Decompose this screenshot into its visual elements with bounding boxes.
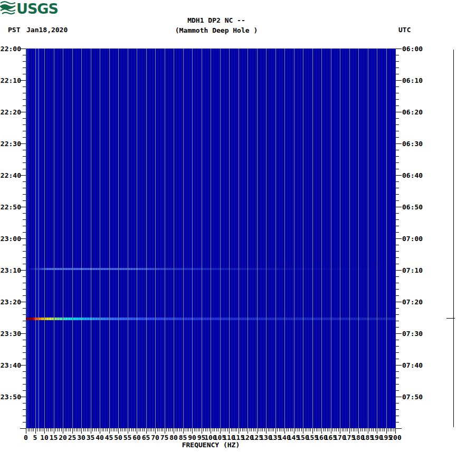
freq-tick (329, 428, 329, 431)
freq-tick (165, 428, 165, 434)
gridline-105hz (220, 49, 221, 428)
freq-tick-label: 200 (384, 434, 407, 441)
right-time-tick (396, 188, 399, 188)
left-time-tick (23, 194, 26, 195)
gridline-145hz (294, 49, 294, 428)
freq-tick (292, 428, 292, 431)
freq-tick (26, 428, 26, 434)
left-time-label: 23:30 (1, 330, 21, 337)
gridline-115hz (239, 49, 239, 428)
freq-tick (368, 428, 368, 434)
right-time-tick (396, 390, 399, 391)
left-time-tick (23, 346, 26, 347)
gridline-30hz (81, 49, 82, 428)
left-time-tick (23, 403, 26, 403)
freq-tick (30, 428, 30, 431)
left-time-tick (23, 384, 26, 385)
left-time-tick (23, 245, 26, 245)
right-time-tick (396, 213, 399, 214)
left-time-tick (23, 200, 26, 201)
freq-tick (369, 428, 370, 431)
left-time-tick (23, 226, 26, 226)
freq-tick (187, 428, 187, 431)
freq-tick (233, 428, 233, 431)
frequency-axis-label: FREQUENCY (HZ) (26, 441, 396, 449)
right-time-tick (396, 112, 402, 112)
right-time-tick (396, 226, 399, 226)
gridline-120hz (247, 49, 248, 428)
right-time-tick (396, 333, 402, 334)
gridline-160hz (321, 49, 322, 428)
freq-tick (309, 428, 309, 431)
freq-tick (191, 428, 191, 431)
freq-tick (299, 428, 300, 431)
right-time-tick (396, 49, 402, 49)
freq-tick (383, 428, 383, 431)
right-time-tick (396, 156, 399, 157)
left-time-label: 22:10 (1, 77, 21, 84)
freq-tick (65, 428, 65, 431)
right-scale-bar (453, 50, 454, 427)
freq-tick (255, 428, 255, 431)
left-time-tick (23, 352, 26, 353)
freq-tick (150, 428, 150, 431)
freq-tick (92, 428, 93, 431)
freq-tick (273, 428, 274, 431)
usgs-logo-text: USGS (16, 1, 58, 17)
left-time-tick (23, 74, 26, 74)
freq-tick (388, 428, 388, 431)
left-time-tick (23, 99, 26, 100)
right-time-tick (396, 308, 399, 309)
right-time-tick (396, 378, 399, 378)
freq-tick (94, 428, 95, 431)
right-time-tick (396, 365, 402, 366)
freq-tick (246, 428, 246, 431)
left-time-tick (23, 124, 26, 125)
freq-tick (48, 428, 49, 431)
gridline-15hz (54, 49, 54, 428)
gridline-20hz (63, 49, 63, 428)
freq-tick (364, 428, 365, 431)
gridline-130hz (266, 49, 266, 428)
freq-tick (52, 428, 52, 431)
freq-tick (76, 428, 77, 431)
gridline-150hz (303, 49, 303, 428)
freq-tick (338, 428, 339, 431)
right-time-tick (396, 321, 399, 321)
right-time-tick (396, 352, 399, 353)
station-name-title: (Mammoth Deep Hole ) (79, 26, 354, 34)
gridline-45hz (109, 49, 110, 428)
left-time-tick (23, 61, 26, 62)
freq-tick (196, 428, 196, 431)
freq-tick (235, 428, 235, 431)
right-time-tick (396, 181, 399, 182)
freq-tick (351, 428, 351, 431)
gridline-70hz (155, 49, 156, 428)
left-time-label: 23:50 (1, 393, 21, 400)
freq-tick (253, 428, 254, 431)
freq-tick (177, 428, 178, 431)
right-time-tick (396, 346, 399, 347)
freq-tick (63, 428, 63, 434)
freq-tick (358, 428, 359, 434)
left-time-label: 22:00 (1, 45, 21, 52)
freq-tick (81, 428, 82, 434)
freq-tick (331, 428, 331, 434)
right-time-tick (396, 86, 399, 87)
freq-tick (172, 428, 173, 431)
freq-tick (59, 428, 60, 431)
freq-tick (375, 428, 376, 431)
freq-tick (211, 428, 211, 434)
freq-tick (298, 428, 298, 431)
right-time-tick (396, 397, 402, 397)
freq-tick (28, 428, 28, 431)
freq-tick (335, 428, 335, 431)
freq-tick (85, 428, 85, 431)
freq-tick (346, 428, 346, 431)
freq-tick (270, 428, 270, 431)
freq-tick (83, 428, 84, 431)
right-time-tick (396, 428, 402, 429)
gridline-5hz (35, 49, 36, 428)
freq-tick (120, 428, 121, 431)
right-time-tick (396, 99, 399, 100)
